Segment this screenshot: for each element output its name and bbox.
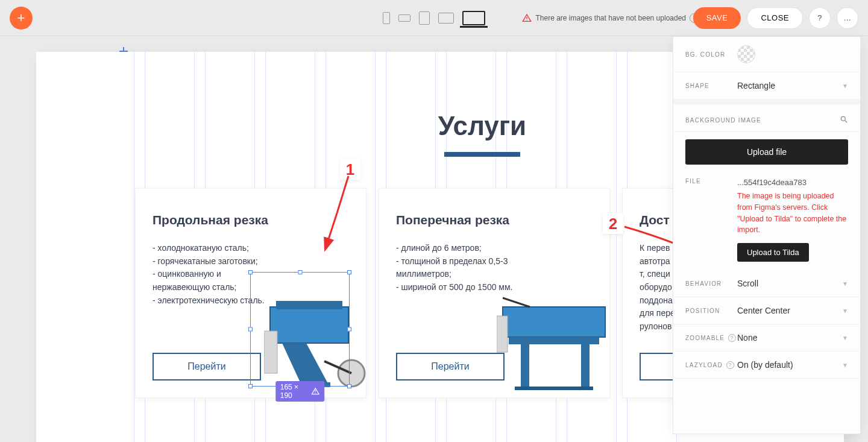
bgcolor-label: BG. COLOR: [685, 51, 737, 58]
machine-image[interactable]: [497, 271, 614, 397]
svg-rect-2: [270, 307, 348, 343]
upload-warning-text: The image is being uploaded from Figma's…: [673, 188, 860, 243]
svg-line-15: [503, 298, 530, 307]
position-row[interactable]: POSITION Center Center▼: [673, 297, 860, 324]
behavior-label: BEHAVIOR: [685, 280, 737, 287]
upload-to-tilda-button[interactable]: Upload to Tilda: [737, 243, 809, 262]
top-toolbar: + There are images that have not been up…: [0, 0, 868, 36]
more-button[interactable]: ...: [837, 7, 858, 29]
annotation-marker-1: 1: [340, 159, 360, 180]
svg-point-1: [527, 19, 527, 20]
save-button[interactable]: SAVE: [693, 7, 741, 29]
warning-icon: [522, 13, 532, 23]
device-switcher: [383, 11, 485, 25]
service-card[interactable]: Поперечная резка длиной до 6 метров; тол…: [379, 188, 610, 398]
bgimage-section-header: BACKGROUND IMAGE: [673, 99, 860, 132]
search-icon[interactable]: [840, 115, 848, 125]
shape-row[interactable]: SHAPE Rectangle▼: [673, 72, 860, 99]
upload-warning-banner: There are images that have not been uplo…: [522, 13, 699, 23]
lazyload-select[interactable]: On (by default)▼: [737, 360, 848, 370]
card-cta-button[interactable]: Перейти: [153, 353, 261, 380]
upload-file-button[interactable]: Upload file: [685, 139, 848, 165]
list-item: длиной до 6 метров;: [396, 242, 517, 255]
file-label: FILE: [685, 178, 737, 185]
title-underline: [444, 152, 520, 157]
top-right-actions: SAVE CLOSE ? ...: [693, 7, 858, 29]
help-icon[interactable]: ?: [726, 361, 734, 369]
list-item: электротехническую сталь.: [153, 294, 273, 308]
svg-rect-7: [282, 382, 330, 387]
chevron-down-icon: ▼: [842, 83, 848, 89]
position-label: POSITION: [685, 308, 737, 314]
device-phone-icon[interactable]: [383, 12, 390, 24]
close-button[interactable]: CLOSE: [747, 7, 803, 29]
bgcolor-row[interactable]: BG. COLOR: [673, 37, 860, 72]
add-button[interactable]: +: [10, 7, 33, 30]
card-cta-button[interactable]: Перейти: [396, 353, 505, 380]
svg-rect-10: [503, 307, 605, 337]
card-title: Продольная резка: [153, 213, 349, 227]
color-swatch-transparent[interactable]: [737, 45, 755, 63]
help-button[interactable]: ?: [809, 7, 831, 29]
behavior-row[interactable]: BEHAVIOR Scroll▼: [673, 270, 860, 297]
lazyload-label: LAZYLOAD?: [685, 361, 737, 369]
svg-rect-14: [497, 316, 508, 352]
card-bullet-list: холоднокатаную сталь; горячекатаные заго…: [153, 242, 273, 307]
shape-label: SHAPE: [685, 83, 737, 89]
svg-point-17: [841, 116, 845, 121]
service-card[interactable]: Продольная резка холоднокатаную сталь; г…: [135, 188, 366, 398]
device-tablet-icon[interactable]: [419, 11, 430, 25]
device-desktop-icon[interactable]: [462, 11, 485, 25]
machine-image[interactable]: [264, 277, 370, 397]
warning-text: There are images that have not been uplo…: [535, 14, 686, 22]
shape-select[interactable]: Rectangle▼: [737, 81, 848, 90]
behavior-select[interactable]: Scroll▼: [737, 279, 848, 288]
svg-rect-12: [521, 344, 529, 387]
chevron-down-icon: ▼: [842, 308, 848, 314]
chevron-down-icon: ▼: [842, 280, 848, 287]
svg-line-18: [845, 121, 848, 123]
lazyload-row[interactable]: LAZYLOAD? On (by default)▼: [673, 352, 860, 379]
zoomable-label: ZOOMABLE?: [685, 334, 737, 342]
chevron-down-icon: ▼: [842, 335, 848, 341]
svg-rect-16: [515, 387, 593, 390]
svg-rect-11: [509, 337, 599, 344]
file-row: FILE ...554f19c4deaa783: [673, 172, 860, 188]
list-item: холоднокатаную сталь;: [153, 242, 273, 255]
svg-rect-3: [276, 301, 342, 309]
properties-panel[interactable]: BG. COLOR SHAPE Rectangle▼ BACKGROUND IM…: [673, 36, 861, 434]
file-name-value: ...554f19c4deaa783: [737, 178, 807, 187]
svg-rect-13: [581, 344, 590, 387]
list-item: оцинкованную и нержавеющую сталь;: [153, 268, 273, 294]
annotation-marker-2: 2: [603, 213, 623, 234]
list-item: горячекатаные заготовки;: [153, 255, 273, 268]
zoomable-row[interactable]: ZOOMABLE? None▼: [673, 324, 860, 352]
position-select[interactable]: Center Center▼: [737, 306, 848, 315]
device-phone-landscape-icon[interactable]: [398, 14, 410, 22]
svg-rect-4: [264, 331, 277, 373]
device-tablet-landscape-icon[interactable]: [438, 13, 454, 24]
help-icon[interactable]: ?: [728, 334, 736, 342]
zoomable-select[interactable]: None▼: [737, 333, 848, 343]
card-title: Поперечная резка: [396, 213, 593, 227]
chevron-down-icon: ▼: [842, 362, 848, 368]
